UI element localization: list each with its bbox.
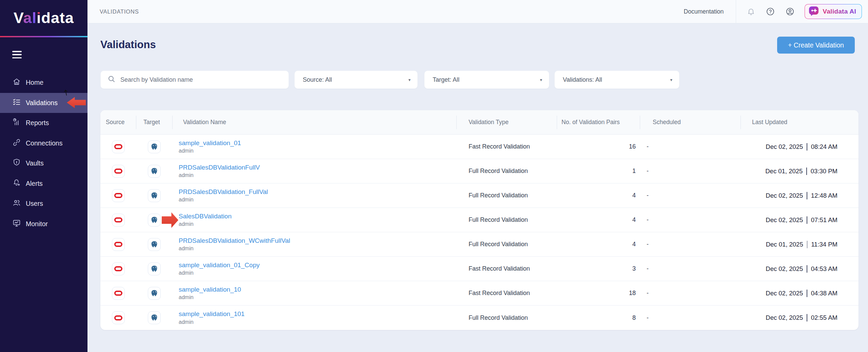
source-cell — [100, 165, 136, 178]
target-filter-dropdown[interactable]: Target: All ▾ — [424, 71, 549, 89]
validation-name-link[interactable]: sample_validation_101 — [179, 310, 244, 318]
date-time-separator — [807, 241, 808, 248]
source-cell — [100, 214, 136, 227]
target-cell — [136, 165, 172, 178]
column-header-source[interactable]: Source — [100, 119, 136, 126]
ai-button-label: Validata AI — [823, 8, 856, 15]
oracle-icon — [112, 311, 125, 324]
last-updated-value: Dec 02, 202507:51 AM — [766, 216, 837, 224]
date-time-separator — [807, 192, 807, 199]
sidebar-item-home[interactable]: Home — [0, 73, 87, 93]
scheduled-value: - — [647, 265, 649, 272]
date-time-separator — [807, 265, 807, 273]
date-time-separator — [807, 314, 807, 321]
validations-filter-dropdown[interactable]: Validations: All ▾ — [554, 71, 679, 89]
validata-ai-button[interactable]: Validata AI — [805, 4, 862, 19]
chevron-down-icon: ▾ — [670, 77, 672, 82]
name-cell: sample_validation_10 admin — [172, 286, 456, 301]
validation-name-link[interactable]: sample_validation_10 — [179, 286, 241, 294]
table-row: PRDSalesDBValidationFullV admin Full Rec… — [100, 159, 859, 183]
postgresql-icon — [148, 262, 161, 275]
help-icon[interactable] — [766, 7, 775, 16]
sidebar-item-alerts[interactable]: Alerts — [0, 174, 87, 194]
search-box — [100, 71, 289, 89]
scheduled-value: - — [647, 290, 649, 297]
validation-name-link[interactable]: PRDSalesDBValidationFullV — [179, 164, 260, 172]
source-cell — [100, 140, 136, 153]
table-header: Source Target Validation Name Validation… — [100, 110, 859, 135]
header-divider — [456, 116, 457, 129]
last-updated-value: Dec 02, 202508:24 AM — [766, 143, 837, 151]
target-cell — [136, 311, 172, 324]
sidebar: Validata Home Validations Reports Connec… — [0, 0, 87, 352]
topbar-divider — [736, 0, 736, 23]
column-header-last-updated[interactable]: Last Updated — [741, 119, 859, 126]
chevron-down-icon: ▾ — [540, 77, 542, 82]
column-header-validation-name[interactable]: Validation Name — [172, 119, 456, 126]
account-icon[interactable] — [786, 7, 794, 16]
table-row: sample_validation_101 admin Full Record … — [100, 306, 859, 330]
header-divider — [640, 116, 640, 129]
target-filter-label: Target: All — [433, 76, 459, 83]
validation-type-value: Full Record Validation — [469, 241, 528, 248]
column-header-scheduled[interactable]: Scheduled — [640, 119, 741, 126]
create-validation-button[interactable]: + Create Validation — [777, 37, 855, 54]
date-time-separator — [806, 168, 807, 175]
target-cell — [136, 140, 172, 153]
source-cell — [100, 189, 136, 202]
scheduled-value: - — [647, 216, 649, 223]
validation-type-value: Full Record Validation — [469, 314, 528, 321]
oracle-icon — [112, 214, 125, 227]
search-icon — [107, 75, 116, 84]
sidebar-item-label: Alerts — [26, 180, 43, 188]
sidebar-item-reports[interactable]: Reports — [0, 113, 87, 133]
sidebar-item-monitor[interactable]: Monitor — [0, 214, 87, 234]
sidebar-item-connections[interactable]: Connections — [0, 133, 87, 154]
validation-name-link[interactable]: SalesDBValidation — [179, 213, 232, 220]
notifications-bell-icon[interactable] — [747, 7, 755, 16]
sidebar-item-label: Home — [26, 79, 43, 86]
source-filter-dropdown[interactable]: Source: All ▾ — [294, 71, 418, 89]
sidebar-nav: Home Validations Reports Connections Vau… — [0, 73, 87, 234]
scheduled-value: - — [647, 143, 649, 150]
validata-logo-text: Validata — [14, 9, 74, 27]
validation-name-link[interactable]: sample_validation_01_Copy — [179, 261, 260, 269]
table-row: sample_validation_10 admin Fast Record V… — [100, 281, 859, 306]
page-title: Validations — [100, 39, 156, 51]
owner-label: admin — [179, 294, 194, 300]
hamburger-menu-icon[interactable] — [12, 51, 22, 58]
home-icon — [12, 77, 21, 88]
name-cell: PRDSalesDBValidation_FullVal admin — [172, 188, 456, 203]
validation-name-link[interactable]: PRDSalesDBValidation_WCwithFullVal — [179, 237, 290, 245]
owner-label: admin — [179, 172, 194, 178]
validation-name-link[interactable]: sample_validation_01 — [179, 139, 241, 147]
sidebar-item-label: Connections — [26, 139, 62, 147]
validation-type-value: Fast Record Validation — [469, 265, 530, 272]
last-updated-value: Dec 02, 202502:55 AM — [766, 314, 837, 321]
table-row: SalesDBValidation admin Full Record Vali… — [100, 208, 859, 232]
pairs-count-value: 4 — [632, 241, 636, 248]
sidebar-item-label: Monitor — [26, 220, 48, 228]
documentation-link[interactable]: Documentation — [684, 8, 724, 15]
table-row: PRDSalesDBValidation_FullVal admin Full … — [100, 183, 859, 208]
scheduled-value: - — [647, 314, 649, 321]
last-updated-value: Dec 02, 202504:38 AM — [766, 290, 837, 297]
column-header-target[interactable]: Target — [136, 119, 172, 126]
date-time-separator — [807, 216, 807, 224]
search-input[interactable] — [120, 76, 282, 83]
sidebar-item-vaults[interactable]: Vaults — [0, 153, 87, 174]
column-header-validation-type[interactable]: Validation Type — [456, 119, 557, 126]
date-time-separator — [807, 143, 807, 151]
postgresql-icon — [148, 165, 161, 178]
owner-label: admin — [179, 270, 194, 276]
pairs-count-value: 3 — [632, 265, 636, 272]
validation-name-link[interactable]: PRDSalesDBValidation_FullVal — [179, 188, 268, 196]
sidebar-item-users[interactable]: Users — [0, 194, 87, 214]
column-header-pairs[interactable]: No. of Validation Pairs — [557, 119, 640, 126]
postgresql-icon — [148, 287, 161, 300]
oracle-icon — [112, 189, 125, 202]
validation-type-value: Full Record Validation — [469, 168, 528, 175]
owner-label: admin — [179, 221, 194, 227]
target-cell — [136, 238, 172, 251]
scheduled-value: - — [647, 241, 649, 248]
